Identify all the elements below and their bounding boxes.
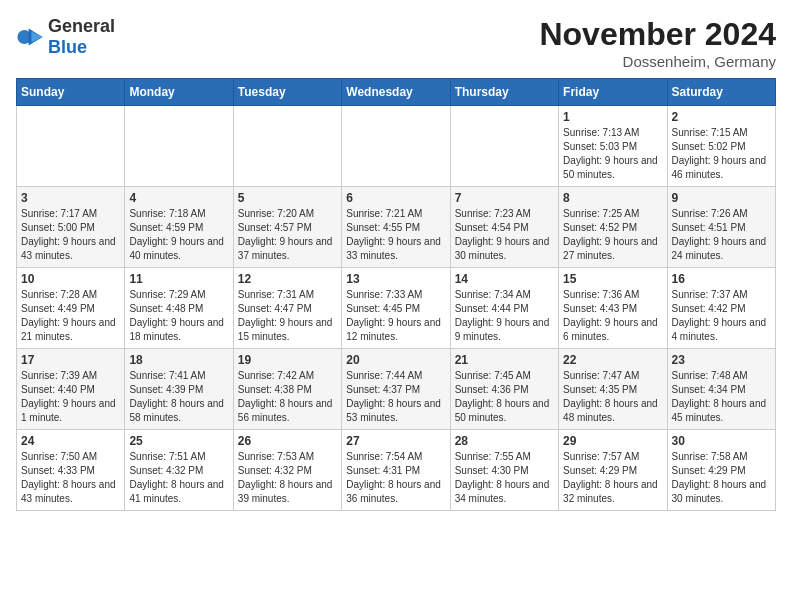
calendar-day: 8Sunrise: 7:25 AM Sunset: 4:52 PM Daylig… bbox=[559, 187, 667, 268]
calendar-day: 16Sunrise: 7:37 AM Sunset: 4:42 PM Dayli… bbox=[667, 268, 775, 349]
calendar-day: 6Sunrise: 7:21 AM Sunset: 4:55 PM Daylig… bbox=[342, 187, 450, 268]
calendar-day: 21Sunrise: 7:45 AM Sunset: 4:36 PM Dayli… bbox=[450, 349, 558, 430]
day-number: 15 bbox=[563, 272, 662, 286]
day-info: Sunrise: 7:25 AM Sunset: 4:52 PM Dayligh… bbox=[563, 207, 662, 263]
day-info: Sunrise: 7:55 AM Sunset: 4:30 PM Dayligh… bbox=[455, 450, 554, 506]
day-number: 22 bbox=[563, 353, 662, 367]
title-area: November 2024 Dossenheim, Germany bbox=[539, 16, 776, 70]
day-number: 14 bbox=[455, 272, 554, 286]
day-number: 8 bbox=[563, 191, 662, 205]
calendar-day: 1Sunrise: 7:13 AM Sunset: 5:03 PM Daylig… bbox=[559, 106, 667, 187]
day-info: Sunrise: 7:36 AM Sunset: 4:43 PM Dayligh… bbox=[563, 288, 662, 344]
calendar-day: 26Sunrise: 7:53 AM Sunset: 4:32 PM Dayli… bbox=[233, 430, 341, 511]
weekday-header: Monday bbox=[125, 79, 233, 106]
logo: General Blue bbox=[16, 16, 115, 58]
day-info: Sunrise: 7:42 AM Sunset: 4:38 PM Dayligh… bbox=[238, 369, 337, 425]
calendar-day: 10Sunrise: 7:28 AM Sunset: 4:49 PM Dayli… bbox=[17, 268, 125, 349]
day-info: Sunrise: 7:26 AM Sunset: 4:51 PM Dayligh… bbox=[672, 207, 771, 263]
calendar-day: 29Sunrise: 7:57 AM Sunset: 4:29 PM Dayli… bbox=[559, 430, 667, 511]
day-info: Sunrise: 7:58 AM Sunset: 4:29 PM Dayligh… bbox=[672, 450, 771, 506]
calendar-day: 25Sunrise: 7:51 AM Sunset: 4:32 PM Dayli… bbox=[125, 430, 233, 511]
day-info: Sunrise: 7:48 AM Sunset: 4:34 PM Dayligh… bbox=[672, 369, 771, 425]
day-number: 12 bbox=[238, 272, 337, 286]
calendar-day: 24Sunrise: 7:50 AM Sunset: 4:33 PM Dayli… bbox=[17, 430, 125, 511]
day-number: 9 bbox=[672, 191, 771, 205]
day-info: Sunrise: 7:21 AM Sunset: 4:55 PM Dayligh… bbox=[346, 207, 445, 263]
day-info: Sunrise: 7:53 AM Sunset: 4:32 PM Dayligh… bbox=[238, 450, 337, 506]
location: Dossenheim, Germany bbox=[539, 53, 776, 70]
svg-marker-2 bbox=[31, 31, 42, 42]
day-number: 11 bbox=[129, 272, 228, 286]
day-info: Sunrise: 7:54 AM Sunset: 4:31 PM Dayligh… bbox=[346, 450, 445, 506]
day-info: Sunrise: 7:37 AM Sunset: 4:42 PM Dayligh… bbox=[672, 288, 771, 344]
weekday-header: Thursday bbox=[450, 79, 558, 106]
calendar-week: 1Sunrise: 7:13 AM Sunset: 5:03 PM Daylig… bbox=[17, 106, 776, 187]
calendar-day bbox=[17, 106, 125, 187]
calendar-day: 7Sunrise: 7:23 AM Sunset: 4:54 PM Daylig… bbox=[450, 187, 558, 268]
day-info: Sunrise: 7:20 AM Sunset: 4:57 PM Dayligh… bbox=[238, 207, 337, 263]
calendar-day: 30Sunrise: 7:58 AM Sunset: 4:29 PM Dayli… bbox=[667, 430, 775, 511]
calendar-day: 17Sunrise: 7:39 AM Sunset: 4:40 PM Dayli… bbox=[17, 349, 125, 430]
day-info: Sunrise: 7:33 AM Sunset: 4:45 PM Dayligh… bbox=[346, 288, 445, 344]
day-number: 2 bbox=[672, 110, 771, 124]
day-number: 10 bbox=[21, 272, 120, 286]
calendar-day: 2Sunrise: 7:15 AM Sunset: 5:02 PM Daylig… bbox=[667, 106, 775, 187]
day-number: 16 bbox=[672, 272, 771, 286]
calendar-day: 18Sunrise: 7:41 AM Sunset: 4:39 PM Dayli… bbox=[125, 349, 233, 430]
day-number: 5 bbox=[238, 191, 337, 205]
calendar-week: 24Sunrise: 7:50 AM Sunset: 4:33 PM Dayli… bbox=[17, 430, 776, 511]
calendar-day bbox=[342, 106, 450, 187]
logo-text: General Blue bbox=[48, 16, 115, 58]
day-info: Sunrise: 7:50 AM Sunset: 4:33 PM Dayligh… bbox=[21, 450, 120, 506]
calendar-day bbox=[125, 106, 233, 187]
day-info: Sunrise: 7:15 AM Sunset: 5:02 PM Dayligh… bbox=[672, 126, 771, 182]
day-number: 25 bbox=[129, 434, 228, 448]
weekday-row: SundayMondayTuesdayWednesdayThursdayFrid… bbox=[17, 79, 776, 106]
calendar-day: 22Sunrise: 7:47 AM Sunset: 4:35 PM Dayli… bbox=[559, 349, 667, 430]
day-number: 26 bbox=[238, 434, 337, 448]
day-number: 7 bbox=[455, 191, 554, 205]
day-number: 23 bbox=[672, 353, 771, 367]
day-number: 30 bbox=[672, 434, 771, 448]
weekday-header: Saturday bbox=[667, 79, 775, 106]
day-number: 24 bbox=[21, 434, 120, 448]
weekday-header: Sunday bbox=[17, 79, 125, 106]
day-info: Sunrise: 7:28 AM Sunset: 4:49 PM Dayligh… bbox=[21, 288, 120, 344]
day-info: Sunrise: 7:34 AM Sunset: 4:44 PM Dayligh… bbox=[455, 288, 554, 344]
calendar-day bbox=[233, 106, 341, 187]
calendar-header: SundayMondayTuesdayWednesdayThursdayFrid… bbox=[17, 79, 776, 106]
day-info: Sunrise: 7:45 AM Sunset: 4:36 PM Dayligh… bbox=[455, 369, 554, 425]
weekday-header: Friday bbox=[559, 79, 667, 106]
day-number: 17 bbox=[21, 353, 120, 367]
calendar-day: 27Sunrise: 7:54 AM Sunset: 4:31 PM Dayli… bbox=[342, 430, 450, 511]
calendar-day: 12Sunrise: 7:31 AM Sunset: 4:47 PM Dayli… bbox=[233, 268, 341, 349]
day-number: 6 bbox=[346, 191, 445, 205]
calendar-day: 23Sunrise: 7:48 AM Sunset: 4:34 PM Dayli… bbox=[667, 349, 775, 430]
day-info: Sunrise: 7:44 AM Sunset: 4:37 PM Dayligh… bbox=[346, 369, 445, 425]
calendar-day: 19Sunrise: 7:42 AM Sunset: 4:38 PM Dayli… bbox=[233, 349, 341, 430]
logo-blue: Blue bbox=[48, 37, 87, 57]
day-info: Sunrise: 7:47 AM Sunset: 4:35 PM Dayligh… bbox=[563, 369, 662, 425]
day-number: 3 bbox=[21, 191, 120, 205]
calendar-day: 13Sunrise: 7:33 AM Sunset: 4:45 PM Dayli… bbox=[342, 268, 450, 349]
day-number: 27 bbox=[346, 434, 445, 448]
calendar-day: 28Sunrise: 7:55 AM Sunset: 4:30 PM Dayli… bbox=[450, 430, 558, 511]
day-info: Sunrise: 7:23 AM Sunset: 4:54 PM Dayligh… bbox=[455, 207, 554, 263]
day-info: Sunrise: 7:13 AM Sunset: 5:03 PM Dayligh… bbox=[563, 126, 662, 182]
day-info: Sunrise: 7:29 AM Sunset: 4:48 PM Dayligh… bbox=[129, 288, 228, 344]
day-number: 18 bbox=[129, 353, 228, 367]
calendar-week: 10Sunrise: 7:28 AM Sunset: 4:49 PM Dayli… bbox=[17, 268, 776, 349]
day-info: Sunrise: 7:17 AM Sunset: 5:00 PM Dayligh… bbox=[21, 207, 120, 263]
calendar-day: 3Sunrise: 7:17 AM Sunset: 5:00 PM Daylig… bbox=[17, 187, 125, 268]
logo-general: General bbox=[48, 16, 115, 36]
calendar-week: 3Sunrise: 7:17 AM Sunset: 5:00 PM Daylig… bbox=[17, 187, 776, 268]
calendar-table: SundayMondayTuesdayWednesdayThursdayFrid… bbox=[16, 78, 776, 511]
calendar-day: 20Sunrise: 7:44 AM Sunset: 4:37 PM Dayli… bbox=[342, 349, 450, 430]
day-number: 28 bbox=[455, 434, 554, 448]
day-info: Sunrise: 7:57 AM Sunset: 4:29 PM Dayligh… bbox=[563, 450, 662, 506]
day-info: Sunrise: 7:18 AM Sunset: 4:59 PM Dayligh… bbox=[129, 207, 228, 263]
day-info: Sunrise: 7:51 AM Sunset: 4:32 PM Dayligh… bbox=[129, 450, 228, 506]
weekday-header: Wednesday bbox=[342, 79, 450, 106]
day-info: Sunrise: 7:31 AM Sunset: 4:47 PM Dayligh… bbox=[238, 288, 337, 344]
day-number: 20 bbox=[346, 353, 445, 367]
